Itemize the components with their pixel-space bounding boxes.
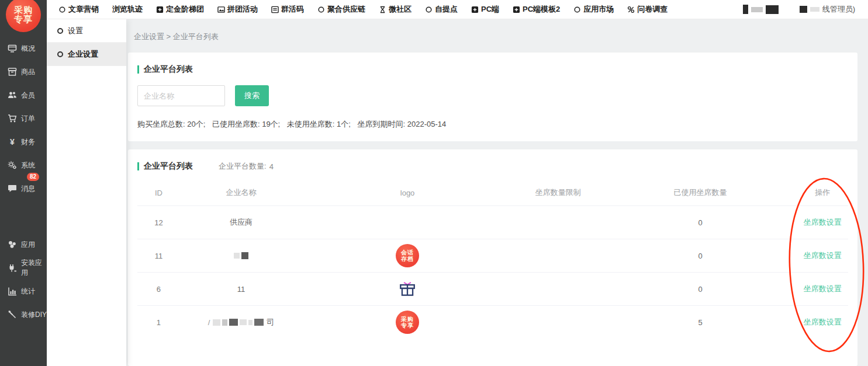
apps-icon (8, 240, 17, 249)
sidebar-item-messages[interactable]: 消息 82 (0, 177, 47, 200)
cell-used-seats: 0 (604, 218, 797, 227)
nav-item-group-qr[interactable]: 群活码 (271, 4, 304, 15)
nav-item-pc[interactable]: PC端 (471, 4, 499, 15)
redacted-block (800, 6, 807, 13)
settings-sidebar: 设置 企业设置 (47, 19, 126, 366)
message-count-badge: 82 (27, 173, 39, 181)
sidebar-item-overview[interactable]: 概况 (0, 37, 47, 60)
col-header-seat-limit: 坐席数量限制 (513, 187, 604, 198)
col-header-actions: 操作 (797, 187, 848, 198)
nav-item-deposit-ladder-group[interactable]: 定金阶梯团 (156, 4, 204, 15)
sidebar-item-finance[interactable]: ¥ 财务 (0, 130, 47, 154)
stat-used-seats: 已使用坐席数: 19个; (212, 120, 280, 128)
circle-icon (58, 6, 66, 13)
circle-icon (57, 28, 63, 34)
circle-icon (425, 6, 433, 13)
seat-settings-link[interactable]: 坐席数设置 (804, 251, 842, 260)
chart-icon (8, 287, 17, 296)
redacted-block (743, 5, 748, 14)
sidebar-item-label: 概况 (21, 44, 35, 54)
subnav-item-enterprise-settings[interactable]: 企业设置 (47, 43, 126, 66)
sidebar-item-goods[interactable]: 商品 (0, 60, 47, 83)
cell-enterprise-name (180, 252, 302, 260)
enterprise-table: ID 企业名称 logo 坐席数量限制 已使用坐席数量 操作 12 供应商 (137, 180, 848, 339)
image-icon (217, 6, 225, 13)
cell-logo (302, 280, 513, 298)
sidebar-item-orders[interactable]: 订单 (0, 107, 47, 130)
enterprise-search-panel: 企业平台列表 搜索 购买坐席总数: 20个; 已使用坐席数: 19个; 未使用坐… (128, 53, 857, 141)
hourglass-icon (379, 6, 386, 13)
nav-item-group-activity[interactable]: 拼团活动 (217, 4, 258, 15)
monitor-icon (8, 44, 17, 53)
nav-item-label: PC端模板2 (523, 4, 560, 15)
enterprise-name-input[interactable] (137, 85, 225, 106)
platform-count-value: 4 (269, 162, 274, 171)
tools-icon (8, 310, 17, 319)
nav-item-browse-track[interactable]: 浏览轨迹 (112, 4, 143, 15)
seat-settings-link[interactable]: 坐席数设置 (804, 318, 842, 326)
cell-used-seats: 0 (604, 252, 797, 260)
sidebar-item-install-apps[interactable]: 安装应用 (0, 256, 47, 280)
stat-unused-seats: 未使用坐席数: 1个; (287, 120, 351, 128)
sidebar-item-statistics[interactable]: 统计 (0, 280, 47, 303)
redacted-block (751, 7, 763, 12)
title-accent-bar (137, 65, 139, 74)
cell-id: 6 (137, 285, 180, 294)
sidebar-item-decorate-diy[interactable]: 装修DIY (0, 303, 47, 326)
yen-icon: ¥ (8, 137, 17, 147)
sidebar-item-label: 系统 (21, 161, 35, 170)
brand-logo-line2: 专享 (14, 15, 33, 24)
sidebar-item-label: 应用 (21, 240, 35, 250)
cell-id: 1 (137, 318, 180, 327)
nav-item-pickup-point[interactable]: 自提点 (425, 4, 458, 15)
breadcrumb: 企业设置 > 企业平台列表 (128, 19, 857, 53)
sidebar-item-members[interactable]: 会员 (0, 83, 47, 107)
cell-logo: 采购 专享 (302, 311, 513, 334)
sidebar-item-label: 财务 (21, 137, 35, 147)
brand-logo-line1: 采购 (14, 5, 33, 15)
chat-icon (271, 6, 279, 13)
nav-item-label: 群活码 (281, 4, 304, 15)
search-button[interactable]: 搜索 (235, 85, 269, 106)
subnav-item-settings[interactable]: 设置 (47, 19, 126, 43)
table-row: 11 会话 存档 (137, 239, 848, 272)
gift-icon (398, 280, 417, 298)
plus-square-icon (156, 6, 164, 13)
platform-count-label: 企业平台数量: (219, 161, 267, 172)
nav-item-micro-community[interactable]: 微社区 (379, 4, 411, 15)
nav-item-supply-chain[interactable]: 聚合供应链 (317, 4, 365, 15)
plug-icon (8, 263, 17, 273)
seat-settings-link[interactable]: 坐席数设置 (804, 218, 842, 226)
user-account-area[interactable]: 线管理员) (743, 4, 868, 15)
top-navbar: 文章营销 浏览轨迹 定金阶梯团 拼团活动 群活码 聚合供应链 (47, 0, 868, 19)
table-row: 6 11 0 (137, 272, 848, 305)
seat-settings-link[interactable]: 坐席数设置 (804, 284, 842, 293)
nav-item-pc-template2[interactable]: PC端模板2 (513, 4, 560, 15)
brand-logo: 采购 专享 (6, 0, 41, 32)
link-icon (627, 6, 635, 13)
nav-item-label: 应用市场 (583, 4, 614, 15)
main-sidebar: 采购 专享 概况 商品 会员 订单 ¥ 财务 系统 消息 (0, 0, 47, 366)
panel-title: 企业平台列表 (144, 161, 193, 172)
redacted-text (234, 252, 248, 259)
sidebar-item-system[interactable]: 系统 (0, 154, 47, 177)
stat-expiry-date: 坐席到期时间: 2022-05-14 (358, 120, 447, 128)
plus-square-icon (513, 6, 520, 13)
sidebar-spacer (0, 200, 47, 233)
sidebar-item-label: 安装应用 (21, 258, 47, 278)
nav-item-article-marketing[interactable]: 文章营销 (58, 4, 99, 15)
main-content: 企业设置 > 企业平台列表 企业平台列表 搜索 购买坐席总数: 20个; 已使用… (126, 19, 868, 366)
nav-item-label: 聚合供应链 (327, 4, 365, 15)
col-header-name: 企业名称 (180, 187, 302, 198)
nav-item-app-market[interactable]: 应用市场 (573, 4, 614, 15)
redacted-block (766, 5, 779, 14)
circle-icon (573, 6, 581, 13)
cart-icon (8, 114, 17, 123)
nav-item-label: 定金阶梯团 (166, 4, 204, 15)
plus-square-icon (471, 6, 479, 13)
users-icon (8, 90, 17, 100)
title-accent-bar (137, 162, 139, 170)
nav-item-survey[interactable]: 问卷调查 (627, 4, 668, 15)
sidebar-item-label: 商品 (21, 67, 35, 77)
sidebar-item-apps[interactable]: 应用 (0, 233, 47, 256)
